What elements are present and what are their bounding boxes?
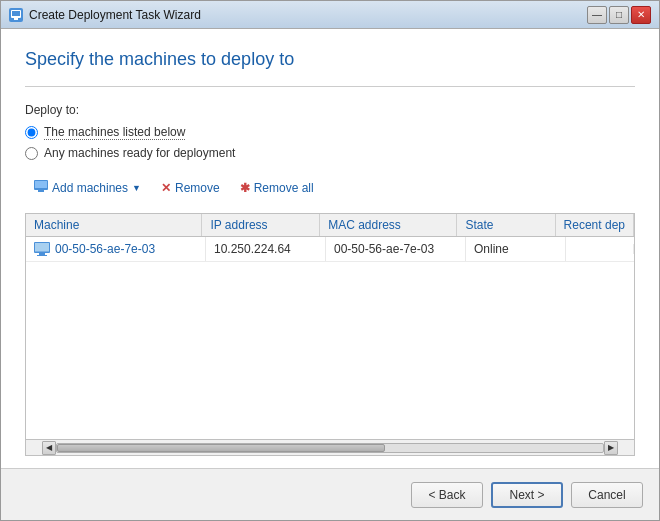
content-area: Specify the machines to deploy to Deploy… [1, 29, 659, 468]
cancel-button[interactable]: Cancel [571, 482, 643, 508]
machine-icon [34, 242, 50, 256]
wizard-window: Create Deployment Task Wizard — □ ✕ Spec… [0, 0, 660, 521]
table-body: 00-50-56-ae-7e-03 10.250.224.64 00-50-56… [26, 237, 634, 439]
scrollbar-track[interactable] [56, 443, 604, 453]
svg-rect-9 [37, 255, 47, 256]
radio-listed[interactable] [25, 126, 38, 139]
scrollbar-thumb[interactable] [57, 444, 385, 452]
back-button[interactable]: < Back [411, 482, 483, 508]
window-icon [9, 8, 23, 22]
svg-rect-4 [35, 181, 47, 188]
title-bar: Create Deployment Task Wizard — □ ✕ [1, 1, 659, 29]
add-machines-label: Add machines [52, 181, 128, 195]
radio-group: The machines listed below Any machines r… [25, 125, 635, 160]
radio-option-listed[interactable]: The machines listed below [25, 125, 635, 140]
radio-any-label: Any machines ready for deployment [44, 146, 235, 160]
radio-option-any[interactable]: Any machines ready for deployment [25, 146, 635, 160]
horizontal-scrollbar: ◀ ▶ [26, 439, 634, 455]
machine-toolbar: Add machines ▼ ✕ Remove ✱ Remove all [25, 176, 635, 205]
page-title: Specify the machines to deploy to [25, 49, 635, 70]
cell-machine: 00-50-56-ae-7e-03 [26, 237, 206, 261]
maximize-button[interactable]: □ [609, 6, 629, 24]
add-machines-button[interactable]: Add machines ▼ [25, 176, 150, 199]
table-header: Machine IP address MAC address State Rec… [26, 214, 634, 237]
cell-ip: 10.250.224.64 [206, 237, 326, 261]
machine-name-link[interactable]: 00-50-56-ae-7e-03 [55, 242, 155, 256]
dropdown-arrow-icon: ▼ [132, 183, 141, 193]
remove-icon: ✕ [161, 181, 171, 195]
window-controls: — □ ✕ [587, 6, 651, 24]
svg-rect-8 [39, 253, 45, 255]
remove-button[interactable]: ✕ Remove [152, 177, 229, 199]
footer: < Back Next > Cancel [1, 468, 659, 520]
next-button[interactable]: Next > [491, 482, 563, 508]
scroll-left-button[interactable]: ◀ [42, 441, 56, 455]
col-mac: MAC address [320, 214, 457, 236]
close-button[interactable]: ✕ [631, 6, 651, 24]
remove-all-label: Remove all [254, 181, 314, 195]
remove-all-icon: ✱ [240, 181, 250, 195]
remove-label: Remove [175, 181, 220, 195]
machines-table: Machine IP address MAC address State Rec… [25, 213, 635, 456]
col-state: State [457, 214, 555, 236]
svg-rect-7 [35, 243, 49, 252]
cell-state: Online [466, 237, 566, 261]
col-machine: Machine [26, 214, 202, 236]
divider [25, 86, 635, 87]
radio-listed-label: The machines listed below [44, 125, 185, 140]
svg-rect-2 [14, 18, 18, 20]
radio-any[interactable] [25, 147, 38, 160]
col-recent: Recent dep [556, 214, 634, 236]
minimize-button[interactable]: — [587, 6, 607, 24]
col-ip: IP address [202, 214, 320, 236]
cell-recent [566, 244, 634, 254]
cell-mac: 00-50-56-ae-7e-03 [326, 237, 466, 261]
scroll-right-button[interactable]: ▶ [604, 441, 618, 455]
monitor-icon [34, 180, 48, 195]
window-title: Create Deployment Task Wizard [29, 8, 587, 22]
remove-all-button[interactable]: ✱ Remove all [231, 177, 323, 199]
svg-rect-1 [12, 11, 20, 16]
table-row[interactable]: 00-50-56-ae-7e-03 10.250.224.64 00-50-56… [26, 237, 634, 262]
deploy-to-label: Deploy to: [25, 103, 635, 117]
svg-rect-5 [38, 190, 44, 192]
